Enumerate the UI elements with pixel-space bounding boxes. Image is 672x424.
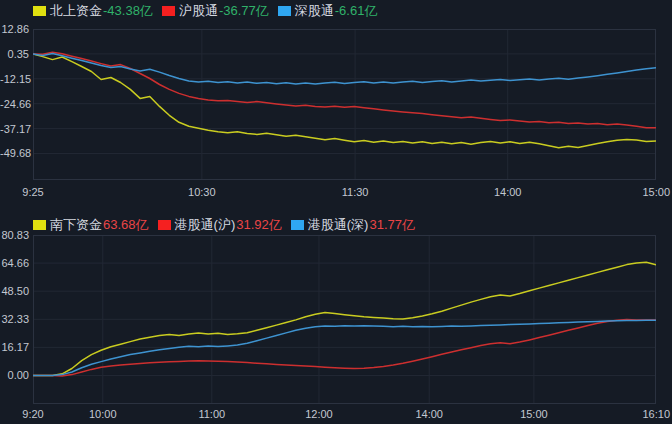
y-axis-tick-label: 80.83 — [0, 229, 29, 241]
y-axis-tick-label: 0.00 — [0, 369, 29, 381]
legend-item-1[interactable]: 沪股通-36.77亿 — [162, 2, 269, 20]
legend-series-value: 31.77亿 — [369, 216, 415, 234]
legend-swatch-icon — [33, 6, 46, 16]
legend-series-name: 港股通(深) — [308, 216, 369, 234]
x-axis-tick-label: 14:00 — [494, 186, 522, 198]
x-axis-tick-label: 16:10 — [642, 408, 670, 420]
legend-series-value: 63.68亿 — [103, 216, 149, 234]
legend-item-2[interactable]: 港股通(深)31.77亿 — [291, 216, 415, 234]
southbound-plot-area[interactable] — [33, 235, 656, 404]
x-axis-tick-label: 12:00 — [305, 408, 333, 420]
southbound-legend: 南下资金63.68亿港股通(沪)31.92亿港股通(深)31.77亿 — [33, 217, 415, 233]
x-axis-tick-label: 9:25 — [22, 186, 43, 198]
x-axis-tick-label: 14:00 — [415, 408, 443, 420]
capital-flow-panel: 北上资金-43.38亿沪股通-36.77亿深股通-6.61亿 南下资金63.68… — [0, 0, 672, 424]
legend-series-name: 南下资金 — [50, 216, 102, 234]
x-axis-tick-label: 15:00 — [520, 408, 548, 420]
y-axis-tick-label: -37.17 — [0, 123, 29, 135]
legend-series-name: 港股通(沪) — [175, 216, 236, 234]
x-axis-tick-label: 11:30 — [342, 186, 369, 198]
x-axis-tick-label: 10:30 — [188, 186, 216, 198]
legend-swatch-icon — [33, 220, 46, 230]
y-axis-tick-label: -12.15 — [0, 73, 29, 85]
series-line-2 — [33, 53, 656, 84]
y-axis-tick-label: 64.66 — [0, 257, 29, 269]
legend-swatch-icon — [158, 220, 171, 230]
northbound-plot-area[interactable] — [33, 29, 656, 180]
series-line-1 — [33, 52, 656, 128]
legend-swatch-icon — [291, 220, 304, 230]
y-axis-tick-label: 0.35 — [0, 48, 29, 60]
legend-item-2[interactable]: 深股通-6.61亿 — [278, 2, 378, 20]
y-axis-tick-label: -24.66 — [0, 98, 29, 110]
x-axis-tick-label: 9:20 — [22, 408, 43, 420]
legend-swatch-icon — [162, 6, 175, 16]
legend-series-value: -43.38亿 — [103, 2, 153, 20]
northbound-legend: 北上资金-43.38亿沪股通-36.77亿深股通-6.61亿 — [33, 3, 377, 19]
x-axis-tick-label: 11:00 — [198, 408, 225, 420]
legend-swatch-icon — [278, 6, 291, 16]
legend-series-value: -36.77亿 — [219, 2, 269, 20]
y-axis-tick-label: 32.33 — [0, 313, 29, 325]
y-axis-tick-label: 12.86 — [0, 23, 29, 35]
legend-item-1[interactable]: 港股通(沪)31.92亿 — [158, 216, 282, 234]
legend-series-value: -6.61亿 — [335, 2, 378, 20]
y-axis-tick-label: 16.17 — [0, 341, 29, 353]
legend-item-0[interactable]: 北上资金-43.38亿 — [33, 2, 153, 20]
x-axis-tick-label: 10:00 — [89, 408, 117, 420]
x-axis-tick-label: 15:00 — [642, 186, 670, 198]
legend-series-value: 31.92亿 — [236, 216, 282, 234]
legend-item-0[interactable]: 南下资金63.68亿 — [33, 216, 149, 234]
legend-series-name: 北上资金 — [50, 2, 102, 20]
legend-series-name: 深股通 — [295, 2, 334, 20]
legend-series-name: 沪股通 — [179, 2, 218, 20]
y-axis-tick-label: 48.50 — [0, 285, 29, 297]
y-axis-tick-label: -49.68 — [0, 147, 29, 159]
